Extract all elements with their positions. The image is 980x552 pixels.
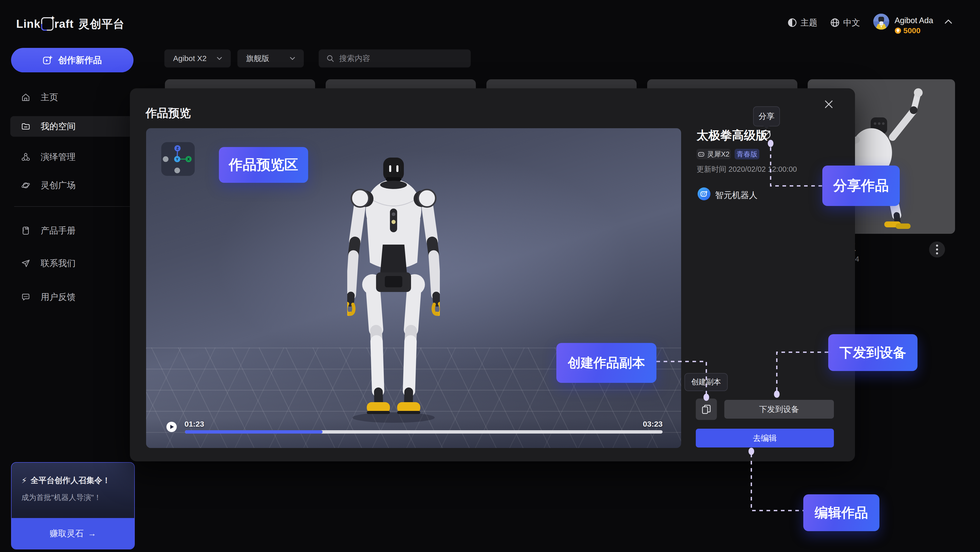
card-more-menu-button[interactable] [929, 241, 945, 257]
nodes-icon [21, 152, 30, 162]
sidebar-item-contact[interactable]: 联系我们 [10, 253, 132, 274]
logo-text-link: Link [16, 18, 40, 30]
go-edit-button[interactable]: 去编辑 [696, 429, 834, 447]
sidebar-item-manual[interactable]: 产品手册 [10, 220, 132, 241]
model-dropdown[interactable]: Agibot X2 [164, 49, 231, 67]
avatar-robot-image [873, 14, 889, 30]
language-label: 中文 [843, 17, 860, 29]
create-copy-button[interactable] [696, 399, 717, 420]
modal-title: 作品预览 [146, 105, 191, 121]
share-tooltip: 分享 [753, 106, 780, 126]
deploy-button-label: 下发到设备 [759, 404, 799, 415]
sidebar-item-feedback[interactable]: 用户反馈 [10, 287, 132, 308]
annotation-preview-area: 作品预览区 [219, 147, 308, 183]
share-button[interactable] [761, 129, 772, 140]
sidebar-item-label: 联系我们 [41, 257, 76, 269]
total-time: 03:23 [632, 420, 663, 428]
credits-balance: 5000 [895, 26, 921, 35]
version-badge: 青春版 [735, 149, 759, 160]
paper-plane-icon [21, 259, 30, 268]
theme-contrast-icon [788, 18, 797, 27]
promo-subtitle: 成为首批"机器人导演"！ [21, 493, 134, 503]
logo-text-raft: raft [54, 18, 73, 30]
home-icon [21, 93, 30, 102]
search-icon [326, 54, 334, 62]
current-time: 01:23 [185, 420, 204, 428]
annotation-edit-work: 编辑作品 [803, 495, 880, 531]
chevron-up-icon[interactable] [945, 19, 952, 24]
author-avatar[interactable] [698, 187, 710, 200]
promo-card: ⚡ 全平台创作人召集令！ 成为首批"机器人导演"！ 赚取灵石 → [11, 462, 135, 549]
modal-close-button[interactable] [822, 97, 835, 111]
go-edit-label: 去编辑 [753, 433, 777, 444]
earn-gems-button[interactable]: 赚取灵石 → [11, 518, 134, 549]
promo-title: 全平台创作人召集令！ [30, 475, 110, 486]
lightning-icon: ⚡ [21, 476, 27, 485]
coin-icon [895, 27, 901, 34]
deploy-to-device-button[interactable]: 下发到设备 [724, 400, 834, 419]
share-icon [761, 129, 772, 140]
earn-gems-label: 赚取灵石 [49, 528, 84, 539]
user-avatar[interactable] [873, 14, 889, 30]
play-button[interactable] [166, 422, 177, 432]
logo-robot-face-icon [41, 17, 54, 30]
sidebar-item-label: 演绎管理 [41, 151, 76, 163]
version-dropdown-value: 旗舰版 [246, 53, 269, 64]
arrow-right-icon: → [88, 528, 96, 538]
sidebar-item-label: 我的空间 [41, 121, 76, 132]
logo-text-cn: 灵创平台 [78, 16, 124, 32]
svg-text:X: X [187, 157, 190, 161]
sidebar-item-label: 灵创广场 [41, 179, 76, 191]
sidebar-item-plaza[interactable]: 灵创广场 [10, 175, 132, 196]
folder-icon [21, 122, 30, 131]
search-input[interactable] [339, 54, 453, 63]
author-name: 智元机器人 [715, 190, 757, 201]
user-name: Agibot Ada [895, 16, 933, 25]
robot-model [347, 155, 440, 428]
create-new-work-button[interactable]: 创作新作品 [11, 48, 134, 72]
annotation-deploy-device: 下发到设备 [828, 334, 918, 371]
theme-toggle[interactable]: 主题 [788, 17, 818, 28]
updated-time: 更新时间 2020/02/02 12:00:00 [697, 164, 797, 175]
sidebar-item-label: 用户反馈 [41, 291, 76, 303]
sidebar-item-home[interactable]: 主页 [10, 87, 132, 108]
svg-text:Z: Z [177, 146, 179, 150]
book-icon [21, 226, 30, 235]
sidebar-item-label: 产品手册 [41, 225, 76, 237]
language-switch[interactable]: 中文 [830, 17, 860, 28]
progress-bar[interactable] [185, 430, 663, 434]
annotation-create-copy: 创建作品副本 [556, 343, 656, 383]
chat-feedback-icon [21, 292, 30, 302]
close-icon [824, 100, 834, 109]
model-badge-label: 灵犀X2 [707, 150, 729, 159]
sidebar-divider [14, 206, 132, 207]
promo-title-row: ⚡ 全平台创作人召集令！ [21, 475, 134, 486]
sidebar-item-my-space[interactable]: 我的空间 [10, 116, 132, 137]
planet-icon [21, 181, 30, 190]
work-title: 太极拳高级版 [697, 128, 768, 144]
progress-fill [185, 430, 323, 434]
version-dropdown[interactable]: 旗舰版 [237, 49, 304, 67]
globe-icon [830, 18, 840, 27]
app-logo: Linkraft灵创平台 [16, 15, 124, 33]
chevron-down-icon [217, 57, 222, 60]
create-copy-tooltip: 创建副本 [684, 373, 728, 391]
sidebar-item-label: 主页 [41, 91, 58, 103]
credits-amount: 5000 [904, 26, 921, 35]
search-field [319, 49, 471, 67]
model-badge: 灵犀X2 [697, 149, 731, 160]
svg-text:Y: Y [176, 157, 178, 161]
robot-face-icon [698, 151, 705, 158]
play-icon [170, 424, 174, 429]
copy-icon [702, 404, 711, 415]
model-dropdown-value: Agibot X2 [173, 54, 207, 63]
author-logo-icon [700, 190, 708, 198]
sidebar-item-performance[interactable]: 演绎管理 [10, 147, 132, 168]
kebab-icon [936, 244, 938, 255]
axis-gizmo-icon: Z Y X [161, 142, 195, 176]
create-video-icon [43, 55, 52, 65]
theme-label: 主题 [800, 17, 818, 29]
create-new-work-label: 创作新作品 [58, 54, 102, 66]
chevron-down-icon [290, 57, 295, 60]
axis-gizmo[interactable]: Z Y X [161, 142, 195, 176]
